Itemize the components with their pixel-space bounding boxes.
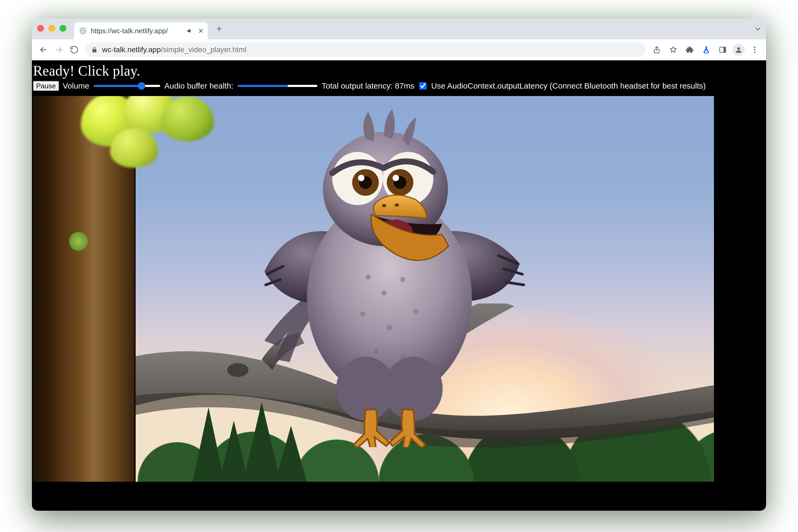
url-text: wc-talk.netlify.app/simple_video_player.… — [102, 45, 247, 54]
window-zoom-button[interactable] — [60, 25, 66, 32]
latency-text: Total output latency: 87ms — [322, 81, 414, 91]
new-tab-button[interactable] — [212, 22, 226, 36]
url-path: /simple_video_player.html — [161, 45, 246, 54]
buffer-health-meter — [238, 85, 317, 87]
page-status-heading: Ready! Click play. — [33, 62, 766, 79]
extensions-button[interactable] — [683, 43, 697, 56]
pause-button[interactable]: Pause — [33, 81, 59, 91]
player-controls: Pause Volume Audio buffer health: Total … — [32, 80, 766, 92]
tab-close-icon[interactable] — [198, 28, 204, 34]
toolbar: wc-talk.netlify.app/simple_video_player.… — [32, 39, 766, 60]
buffer-health-label: Audio buffer health: — [165, 81, 233, 91]
volume-slider[interactable] — [94, 85, 160, 87]
video-frame-branch — [113, 304, 714, 482]
use-output-latency-checkbox[interactable] — [419, 82, 427, 90]
page-body: Ready! Click play. Pause Volume Audio bu… — [32, 60, 766, 511]
video-frame-foliage — [81, 96, 219, 171]
tab-audio-icon[interactable] — [187, 28, 193, 34]
back-button[interactable] — [37, 43, 50, 56]
share-button[interactable] — [650, 43, 663, 56]
tab-title: https://wc-talk.netlify.app/ — [91, 27, 183, 35]
window-traffic-lights — [37, 25, 66, 32]
lock-icon — [91, 46, 98, 53]
active-tab[interactable]: https://wc-talk.netlify.app/ — [74, 22, 208, 39]
tab-strip: https://wc-talk.netlify.app/ — [32, 19, 766, 39]
window-minimize-button[interactable] — [49, 25, 55, 32]
use-output-latency-label: Use AudioContext.outputLatency (Connect … — [431, 81, 706, 91]
svg-point-6 — [754, 49, 755, 50]
reload-button[interactable] — [68, 43, 81, 56]
bookmark-star-icon[interactable] — [667, 43, 680, 56]
svg-point-4 — [737, 48, 740, 50]
video-player[interactable] — [33, 96, 714, 482]
address-bar[interactable]: wc-talk.netlify.app/simple_video_player.… — [86, 42, 645, 57]
side-panel-button[interactable] — [716, 43, 729, 56]
globe-icon — [79, 27, 87, 35]
url-host: wc-talk.netlify.app — [102, 45, 161, 54]
svg-rect-3 — [723, 47, 726, 52]
profile-avatar[interactable] — [733, 44, 745, 56]
svg-point-12 — [227, 363, 248, 377]
svg-point-5 — [754, 46, 755, 48]
latency-label-prefix: Total output latency: — [322, 81, 395, 90]
labs-flask-icon[interactable] — [700, 43, 713, 56]
window-close-button[interactable] — [37, 25, 44, 32]
kebab-menu-icon[interactable] — [748, 43, 761, 56]
latency-value: 87ms — [395, 81, 414, 90]
tab-overflow-button[interactable] — [754, 19, 762, 39]
svg-point-7 — [754, 52, 755, 53]
volume-label: Volume — [63, 81, 89, 91]
browser-window: https://wc-talk.netlify.app/ — [32, 19, 766, 511]
forward-button[interactable] — [52, 43, 65, 56]
